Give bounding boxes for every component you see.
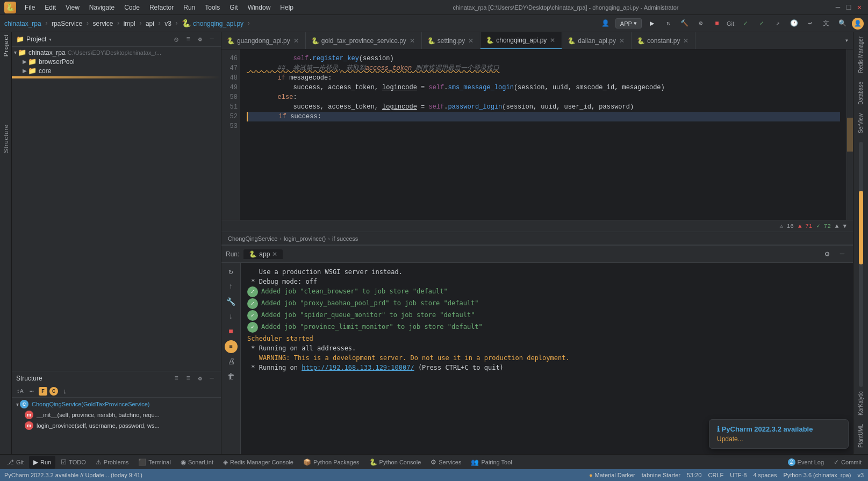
bottom-tab-pairing[interactable]: 👥 Pairing Tool [467,456,516,469]
status-theme[interactable]: ● Material Darker [589,472,635,478]
sort-alpha-icon[interactable]: ↕A [15,386,25,396]
menu-view[interactable]: View [61,3,84,12]
bc-condition[interactable]: if success [332,235,358,242]
minimap-scrollbar[interactable] [847,49,853,220]
stop-icon[interactable]: ■ [711,17,723,30]
status-python[interactable]: Python 3.6 (chinatax_rpa) [783,472,851,478]
notification-body[interactable]: Update... [717,435,841,443]
menu-run[interactable]: Run [179,3,199,12]
inherit-icon[interactable]: ⋯ [27,386,37,396]
tab-setting[interactable]: 🐍 setting.py ✕ [422,32,480,49]
status-encoding[interactable]: UTF-8 [730,472,747,478]
nav-file[interactable]: chongqing_api.py [193,20,243,27]
tab-more-button[interactable]: ▾ [841,37,853,45]
tab-constant[interactable]: 🐍 constant.py ✕ [632,32,695,49]
tab-close-button[interactable]: ✕ [408,37,416,45]
settings-icon[interactable]: ≡ [225,340,238,353]
tab-close-button[interactable]: ✕ [292,37,300,45]
minimap[interactable] [859,142,863,387]
stop-icon[interactable]: ■ [225,325,238,338]
run-minimize-icon[interactable]: ─ [836,248,849,261]
sidebar-label-project[interactable]: Project [3,34,9,56]
serview-label[interactable]: SerView [858,111,864,135]
history-icon[interactable]: 🕐 [787,17,800,30]
plantuml-label[interactable]: PlantUML [858,422,864,450]
close-button[interactable]: ✕ [855,3,864,12]
undo-icon[interactable]: ↩ [804,17,816,30]
nav-service[interactable]: service [92,20,113,27]
structure-class-item[interactable]: ▾ C ChongQingService(GoldTaxProvinceServ… [12,399,221,410]
project-close-icon[interactable]: ─ [207,34,217,44]
tree-item-core[interactable]: ▶ 📁 core [12,66,221,75]
status-linesep[interactable]: CRLF [708,472,723,478]
bottom-tab-sonarlint[interactable]: ◉ SonarLint [176,456,218,469]
git-check2-icon[interactable]: ✓ [755,17,768,30]
redis-manager-label[interactable]: Redis Manager [858,34,864,75]
bottom-tab-problems[interactable]: ⚠ Problems [91,456,133,469]
database-label[interactable]: Database [858,80,864,107]
expand-icon-2[interactable]: ▼ [843,223,847,229]
bottom-tab-terminal[interactable]: ⬛ Terminal [134,456,175,469]
run-settings-icon[interactable]: ⚙ [821,248,834,261]
search-icon[interactable]: 🔍 [836,17,849,30]
status-indent[interactable]: 4 spaces [753,472,777,478]
profile-button[interactable]: 👤 [599,17,612,30]
app-dropdown[interactable]: APP ▾ [615,18,642,28]
print-icon[interactable]: 🖨 [225,355,238,368]
bottom-tab-python-console[interactable]: 🐍 Python Console [365,456,426,469]
menu-tools[interactable]: Tools [200,3,224,12]
menu-edit[interactable]: Edit [40,3,60,12]
server-link[interactable]: http://192.168.133.129:10007/ [302,364,414,371]
tab-close-button[interactable]: ✕ [682,37,690,45]
structure-login-item[interactable]: m login_province(self, username, passwor… [12,420,221,431]
run-tab-app[interactable]: 🐍 app ✕ [243,249,283,259]
project-collapse-icon[interactable]: ≡ [183,34,193,44]
menu-navigate[interactable]: Navigate [85,3,119,12]
tab-close-button[interactable]: ✕ [618,37,626,45]
project-settings-icon[interactable]: ⚙ [195,34,205,44]
nav-rpaservice[interactable]: rpaService [52,20,82,27]
tab-dalian[interactable]: 🐍 dalian_api.py ✕ [562,32,632,49]
tab-close-button[interactable]: ✕ [549,37,556,44]
expand-icon[interactable]: ↓ [60,386,70,396]
icon-f[interactable]: F [39,387,47,396]
menu-file[interactable]: File [20,3,39,12]
bottom-tab-eventlog[interactable]: 2 Event Log [784,456,829,469]
status-message[interactable]: PyCharm 2022.3.2 available // Update... … [4,472,142,478]
bc-class[interactable]: ChongQingService [228,235,277,242]
tab-chongqing[interactable]: 🐍 chongqing_api.py ✕ [480,32,562,49]
maximize-button[interactable]: □ [844,3,853,12]
minimize-button[interactable]: ─ [834,3,842,12]
tab-guangdong[interactable]: 🐍 guangdong_api.py ✕ [221,32,306,49]
structure-close-icon[interactable]: ─ [207,374,217,383]
structure-collapse-icon[interactable]: ≡ [183,374,193,383]
bottom-tab-commit[interactable]: ✓ Commit [829,456,866,469]
run-tab-close-icon[interactable]: ✕ [272,250,277,258]
bottom-tab-run[interactable]: ▶ Run [29,456,55,469]
tab-goldtax[interactable]: 🐍 gold_tax_province_service.py ✕ [306,32,422,49]
tab-close-button[interactable]: ✕ [467,37,475,45]
build-icon[interactable]: 🔨 [678,17,691,30]
tree-item-browserpool[interactable]: ▶ 📁 browserPool [12,57,221,66]
status-position[interactable]: 53:20 [687,472,702,478]
menu-code[interactable]: Code [120,3,144,12]
wrench-icon[interactable]: 🔧 [225,295,238,308]
run-config-button[interactable]: ▶ [645,18,659,28]
status-tabnine[interactable]: tabnine Starter [642,472,680,478]
menu-help[interactable]: Help [276,3,298,12]
icon-coin[interactable]: C [49,387,58,396]
code-content[interactable]: self.register_key(session) ##. 尝试第一步登录, … [240,49,847,220]
nav-api[interactable]: api [146,20,154,27]
status-version[interactable]: v3 [857,472,864,478]
bottom-tab-services[interactable]: ⚙ Services [426,456,465,469]
sidebar-label-structure[interactable]: Structure [3,124,9,153]
bottom-tab-packages[interactable]: 📦 Python Packages [299,456,364,469]
bottom-tab-redis[interactable]: ◈ Redis Manager Console [219,456,298,469]
karkalytic-label[interactable]: KarKalytic [858,389,864,418]
delete-icon[interactable]: 🗑 [225,370,238,383]
nav-v3[interactable]: v3 [164,20,171,27]
structure-settings-icon[interactable]: ⚙ [195,374,205,383]
bottom-tab-git[interactable]: ⎇ Git [2,456,28,469]
rerun-icon[interactable]: ↻ [225,265,238,278]
bottom-tab-todo[interactable]: ☑ TODO [56,456,90,469]
